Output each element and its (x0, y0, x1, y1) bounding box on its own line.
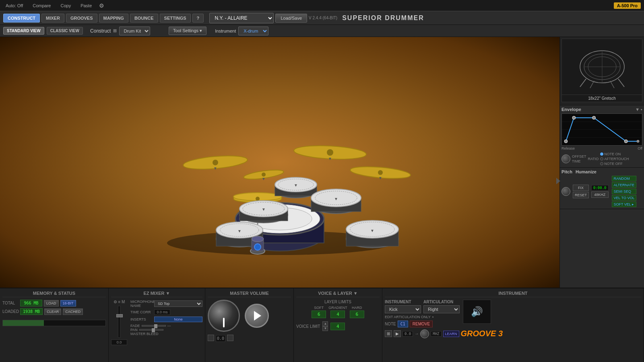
edit-artic-checkbox[interactable]: ▪ (432, 315, 433, 319)
vel-to-vol-button[interactable]: VEL TO VOL (612, 195, 637, 201)
auto-off-button[interactable]: Auto: Off (3, 2, 25, 9)
hard-value: 6 (350, 311, 364, 318)
pitch-title: Pitch (561, 169, 572, 174)
paste-button[interactable]: Paste (78, 2, 94, 9)
envelope-graph[interactable] (561, 113, 642, 146)
tool-settings-button[interactable]: Tool Settings ▾ (169, 27, 206, 35)
time-label: TIME (572, 159, 586, 163)
preset-badge: A-500 Pro (614, 2, 641, 9)
inst-icon-btn-2[interactable]: ▶ (394, 330, 401, 337)
inst-preview-image[interactable]: 🔊 (463, 300, 491, 324)
mixer-dropdown-icon[interactable]: ▼ (166, 291, 170, 296)
voice-limit-value: 4 (330, 323, 345, 330)
tab-construct[interactable]: CONSTRUCT (3, 14, 40, 23)
instrument-dropdown[interactable]: X-drum (238, 27, 268, 35)
mixer-controls: ⚙ ≡ M 0.0 MICROPHONE NAME SD Top TIME CO… (111, 300, 202, 345)
instrument-preview: 18x22" Gretsch (560, 37, 644, 105)
volume-knob[interactable] (208, 300, 240, 332)
tab-mixer[interactable]: MIXER (41, 14, 64, 23)
copy-button[interactable]: Copy (58, 2, 73, 9)
inserts-button[interactable]: None (154, 317, 202, 322)
fade-label: FADE (130, 324, 140, 328)
progress-fill (3, 320, 44, 326)
fade-thumb[interactable] (154, 324, 157, 328)
play-triangle-icon (254, 311, 261, 321)
tab-mapping[interactable]: MAPPING (99, 14, 128, 23)
random-button[interactable]: RANDOM (612, 176, 637, 181)
instrument-preview-image[interactable] (561, 39, 642, 95)
svg-point-72 (624, 140, 627, 143)
soft-vel-button[interactable]: SOFT VEL ▸ (612, 202, 637, 207)
voice-limit-label: VOICE LIMIT (296, 324, 320, 329)
tab-grooves[interactable]: GROOVES (66, 14, 97, 23)
svg-point-24 (327, 149, 333, 156)
fader-track[interactable] (118, 306, 120, 338)
learn-button[interactable]: LEARN (443, 331, 459, 337)
classic-view-button[interactable]: CLASSIC VIEW (47, 27, 83, 35)
time-corr-row: TIME CORR 0.0 ms (130, 309, 202, 315)
note-off-radio[interactable] (600, 162, 603, 165)
svg-point-71 (592, 116, 596, 119)
fade-row: FADE — (130, 324, 202, 328)
vol-lock-button[interactable] (208, 335, 214, 341)
remove-button[interactable]: REMOVE (410, 321, 433, 327)
clear-button[interactable]: CLEAR (44, 309, 61, 315)
play-area (245, 304, 269, 328)
instrument-main: INSTRUMENT Kick ARTICULATION Right EDIT … (385, 300, 641, 327)
total-label: TOTAL (2, 301, 19, 305)
bottom-panel: Memory & Status TOTAL 966 MB LOAD 16-BIT… (0, 288, 644, 362)
pitch-knob[interactable] (561, 187, 570, 196)
svg-text:▼: ▼ (262, 207, 266, 212)
reset-button[interactable]: RESET (573, 192, 589, 198)
speaker-icon: 🔊 (471, 306, 483, 317)
play-button[interactable] (245, 304, 269, 328)
instrument-name: 18x22" Gretsch (561, 95, 642, 102)
vol-lock-button-2[interactable] (227, 335, 233, 341)
fader-handle[interactable] (116, 314, 123, 317)
fade-slider[interactable] (142, 325, 166, 327)
soft-value: 6 (312, 311, 326, 318)
load-save-button[interactable]: Load/Save (275, 14, 307, 23)
svg-text:▼: ▼ (328, 156, 332, 161)
voice-stepper[interactable]: ▲ ▼ (322, 321, 328, 331)
cached-button[interactable]: CACHED (63, 309, 83, 315)
preset-dropdown[interactable]: N.Y. - ALLAIRE (209, 13, 274, 23)
articulation-select[interactable]: Right (423, 305, 460, 313)
aftertouch-radio[interactable] (600, 157, 603, 160)
bit-button[interactable]: 16-BIT (60, 300, 76, 306)
semi-seq-button[interactable]: SEMI SEQ (612, 189, 637, 194)
envelope-knob[interactable] (561, 154, 570, 163)
svg-point-73 (637, 140, 639, 142)
alternate-button[interactable]: ALTERNATE (612, 182, 637, 188)
settings-icon-button[interactable]: ⚙ (99, 2, 104, 9)
mic-name-select[interactable]: SD Top (154, 300, 202, 307)
voice-up-button[interactable]: ▲ (322, 321, 328, 326)
inst-icon-btn-1[interactable]: ⊞ (385, 330, 392, 337)
envelope-dropdown-icon[interactable]: ▼ ▪ (635, 107, 642, 112)
pan-thumb[interactable] (152, 328, 155, 332)
pan-label: PAN (130, 328, 138, 332)
tab-help[interactable]: ? (192, 14, 204, 23)
voice-down-button[interactable]: ▼ (322, 326, 328, 331)
svg-text:▼: ▼ (262, 177, 266, 181)
volume-knob-area (208, 300, 240, 332)
inst-knob[interactable] (420, 329, 429, 338)
hz-button[interactable]: 48KHZ (591, 191, 609, 198)
panel-expand-arrow[interactable] (556, 178, 560, 184)
tab-bounce[interactable]: BOUNCE (130, 14, 158, 23)
load-button[interactable]: LOAD (44, 300, 59, 306)
svg-point-70 (572, 116, 576, 119)
svg-point-30 (262, 173, 266, 177)
tab-settings[interactable]: SETTINGS (160, 14, 191, 23)
note-on-radio[interactable] (600, 152, 603, 156)
voice-section: Voice & Layer ▼ LAYER LIMITS SOFT 6 GRAD… (294, 288, 382, 362)
instrument-select[interactable]: Kick (385, 305, 421, 313)
pan-slider[interactable] (139, 329, 163, 331)
layer-row: SOFT 6 GRADIENT 4 HARD 6 (296, 306, 380, 318)
kit-type-dropdown[interactable]: Drum Kit (119, 27, 150, 35)
voice-dropdown-icon[interactable]: ▼ (353, 291, 358, 296)
standard-view-button[interactable]: STANDARD VIEW (3, 27, 44, 35)
fix-button[interactable]: FIX (573, 185, 589, 191)
compare-button[interactable]: Compare (30, 2, 53, 9)
off-label: Off (638, 146, 642, 150)
